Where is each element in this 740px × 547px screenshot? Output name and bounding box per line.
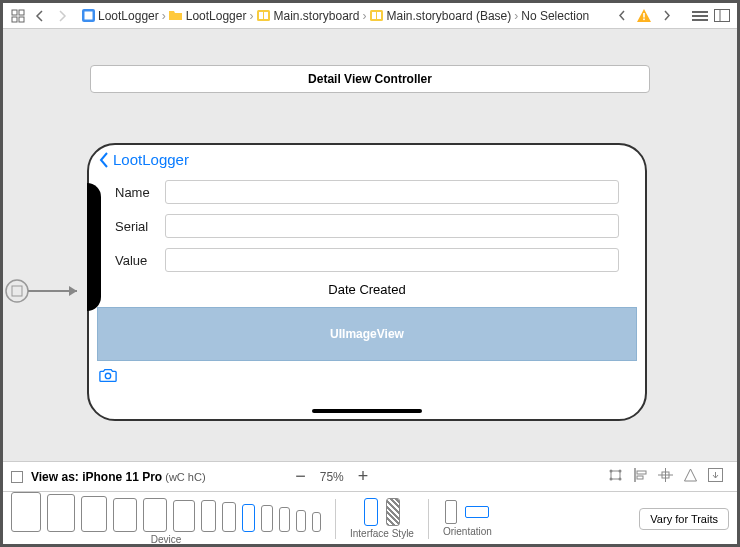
storyboard-icon <box>370 9 384 23</box>
back-button[interactable] <box>31 7 49 25</box>
serial-label: Serial <box>115 219 165 234</box>
breadcrumb-item-folder[interactable]: LootLogger <box>169 9 247 23</box>
form-row-serial: Serial <box>115 214 619 238</box>
scene-title-bar[interactable]: Detail View Controller <box>90 65 650 93</box>
device-iphone-se[interactable] <box>296 510 306 532</box>
device-section-label: Device <box>151 534 182 545</box>
uiimageview-placeholder[interactable]: UIImageView <box>97 307 637 361</box>
svg-rect-8 <box>264 12 268 19</box>
viewas-label[interactable]: View as: iPhone 11 Pro (wC hC) <box>31 470 206 484</box>
interface-style-label: Interface Style <box>350 528 414 539</box>
breadcrumb-label: LootLogger <box>186 9 247 23</box>
svg-point-26 <box>610 478 613 481</box>
breadcrumb-item-noselection[interactable]: No Selection <box>521 9 589 23</box>
svg-point-22 <box>105 373 110 378</box>
device-ipad-11[interactable] <box>47 494 75 532</box>
adjust-editor-icon[interactable] <box>713 7 731 25</box>
breadcrumb-label: Main.storyboard <box>273 9 359 23</box>
related-items-icon[interactable] <box>9 7 27 25</box>
nav-back-button[interactable]: LootLogger <box>89 145 645 174</box>
storyboard-icon <box>256 9 270 23</box>
svg-rect-9 <box>370 10 383 21</box>
notch <box>87 183 101 311</box>
imageview-label: UIImageView <box>330 327 404 341</box>
breadcrumb-item-storyboard-base[interactable]: Main.storyboard (Base) <box>370 9 512 23</box>
svg-point-24 <box>610 470 613 473</box>
orientation-label: Orientation <box>443 526 492 537</box>
interface-dark[interactable] <box>386 498 400 526</box>
interface-style-picker <box>364 498 400 526</box>
form-area: Name Serial Value Date Created <box>89 174 645 297</box>
value-input[interactable] <box>165 248 619 272</box>
device-iphone-11[interactable] <box>222 502 236 532</box>
svg-rect-20 <box>12 286 22 296</box>
device-iphone-8[interactable] <box>279 507 290 532</box>
forward-button[interactable] <box>53 7 71 25</box>
serial-input[interactable] <box>165 214 619 238</box>
device-ipad-12[interactable] <box>11 492 41 532</box>
viewas-checkbox[interactable] <box>11 471 23 483</box>
home-indicator <box>312 409 422 413</box>
device-ipad-9-2[interactable] <box>143 498 167 532</box>
svg-rect-23 <box>611 471 620 479</box>
chevron-right-icon: › <box>363 9 367 23</box>
svg-rect-5 <box>84 12 92 20</box>
device-iphone-max[interactable] <box>201 500 216 532</box>
phone-frame[interactable]: LootLogger Name Serial Value Date Create… <box>87 143 647 421</box>
value-label: Value <box>115 253 165 268</box>
chevron-right-icon: › <box>162 9 166 23</box>
warning-icon[interactable] <box>635 7 653 25</box>
zoom-out-button[interactable]: − <box>295 466 306 487</box>
outline-toggle-icon[interactable] <box>691 7 709 25</box>
pin-icon[interactable] <box>658 468 673 485</box>
vary-for-traits-button[interactable]: Vary for Traits <box>639 508 729 530</box>
svg-point-19 <box>6 280 28 302</box>
breadcrumb-label: Main.storyboard (Base) <box>387 9 512 23</box>
svg-rect-0 <box>12 10 17 15</box>
align-icon[interactable] <box>633 468 648 485</box>
name-input[interactable] <box>165 180 619 204</box>
folder-icon <box>169 9 183 23</box>
camera-icon[interactable] <box>99 367 117 386</box>
embed-icon[interactable] <box>608 468 623 485</box>
svg-rect-7 <box>259 12 263 19</box>
embed-in-icon[interactable] <box>708 468 723 485</box>
form-row-name: Name <box>115 180 619 204</box>
resolve-icon[interactable] <box>683 468 698 485</box>
device-iphone-4s[interactable] <box>312 512 321 532</box>
zoom-in-button[interactable]: + <box>358 466 369 487</box>
device-iphone-11-pro[interactable] <box>242 504 255 532</box>
device-ipad-9[interactable] <box>113 498 137 532</box>
device-ipad-mini[interactable] <box>173 500 195 532</box>
orientation-landscape[interactable] <box>465 506 489 518</box>
breadcrumb-label: LootLogger <box>98 9 159 23</box>
breadcrumb-item-storyboard[interactable]: Main.storyboard <box>256 9 359 23</box>
chevron-left-icon <box>99 152 109 168</box>
svg-point-25 <box>619 470 622 473</box>
separator <box>428 499 429 539</box>
form-row-value: Value <box>115 248 619 272</box>
svg-rect-10 <box>372 12 376 19</box>
svg-rect-6 <box>257 10 270 21</box>
interface-light[interactable] <box>364 498 378 526</box>
phone-bottom-toolbar <box>89 361 645 392</box>
device-bar: Device Interface Style Orientation Vary … <box>3 491 737 545</box>
svg-rect-2 <box>12 17 17 22</box>
chevron-right-icon: › <box>249 9 253 23</box>
svg-rect-1 <box>19 10 24 15</box>
scene-arrow <box>3 277 87 320</box>
breadcrumb-item-project[interactable]: LootLogger <box>81 9 159 23</box>
device-ipad-10[interactable] <box>81 496 107 532</box>
issue-prev-button[interactable] <box>613 7 631 25</box>
zoom-level[interactable]: 75% <box>320 470 344 484</box>
breadcrumb: LootLogger › LootLogger › Main.storyboar… <box>81 9 589 23</box>
scene-title: Detail View Controller <box>308 72 432 86</box>
date-created-label: Date Created <box>115 282 619 297</box>
device-iphone-8-plus[interactable] <box>261 505 273 532</box>
breadcrumb-label: No Selection <box>521 9 589 23</box>
orientation-portrait[interactable] <box>445 500 457 524</box>
nav-back-label: LootLogger <box>113 151 189 168</box>
path-toolbar: LootLogger › LootLogger › Main.storyboar… <box>3 3 737 29</box>
issue-next-button[interactable] <box>657 7 675 25</box>
ib-canvas[interactable]: Detail View Controller LootLogger Name S… <box>3 29 737 461</box>
